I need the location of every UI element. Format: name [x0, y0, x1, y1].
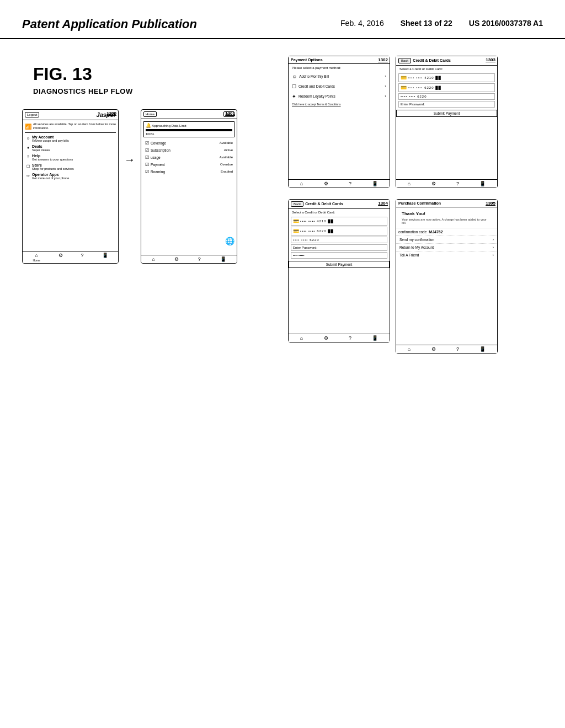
progress-bar-fill: [146, 129, 232, 131]
coverage-text: Coverage: [151, 141, 166, 145]
fig-label-area: FIG. 13 DIAGNOSTICS HELP FLOW: [22, 56, 277, 101]
footer-icon-1302-help: ?: [349, 181, 351, 186]
footer-question-icon: ?: [81, 253, 84, 258]
footer-icon-1304-home: ⌂: [300, 335, 303, 341]
screen-1301: Home Help 1301 🔔 Approaching Data Limit …: [141, 109, 237, 264]
left-screens-row: Logout Jasper 1300 📶 All services are av…: [22, 109, 277, 264]
roaming-text: Roaming: [151, 170, 165, 174]
dots-row-1304: •••• •••••: [291, 252, 387, 259]
menu-item-myaccount[interactable]: ☺ My Account Review usage and pay bills: [25, 134, 116, 143]
card-item-1303-1[interactable]: 💳 •••• •••• 4210 ██: [398, 73, 495, 82]
confirmation-sub-text: Your services are now active. A charge h…: [399, 218, 494, 226]
card-item-1304-3[interactable]: •••• •••• 6220: [291, 237, 387, 243]
footer-icon-1304-help: ?: [349, 335, 351, 341]
screen-id-1305: 1305: [486, 201, 495, 206]
menu-item-help[interactable]: ? Help Get answers to your questions: [25, 153, 116, 162]
usage-status: Available: [220, 156, 233, 159]
home-button-1301[interactable]: Home: [143, 111, 157, 117]
menu-list-1300: ☺ My Account Review usage and pay bills …: [25, 134, 116, 181]
usage-label: ☑ usage: [145, 155, 161, 160]
footer-icon-1305-phone: 📱: [479, 346, 486, 352]
credit-label: Credit and Debit Cards: [299, 84, 335, 88]
purchase-conf-title: Purchase Confirmation: [398, 201, 441, 205]
progress-text: 100%: [146, 132, 154, 136]
send-confirmation-row[interactable]: Send my confirmation ›: [396, 235, 497, 243]
screen-1305: 1305 Purchase Confirmation Thank You! Yo…: [396, 199, 498, 354]
footer-icon-1302-home: ⌂: [300, 181, 303, 186]
submit-payment-1303[interactable]: Submit Payment: [396, 110, 497, 117]
right-bottom-row: 1304 Back Credit & Debit Cards Select a …: [288, 199, 543, 354]
store-icon: ☐: [26, 164, 30, 169]
submit-payment-1304[interactable]: Submit Payment: [289, 261, 390, 268]
card-number-1303-3: •••• •••• 6220: [401, 95, 427, 98]
payment-item: ☑ Payment Overdue: [143, 161, 234, 168]
card-item-1304-1[interactable]: 💳 •••• •••• 4210 ██: [291, 217, 387, 226]
screen-id-1302: 1302: [378, 57, 388, 62]
screen-1302: 1302 Payment Options Please select a pay…: [288, 56, 390, 188]
loyalty-option[interactable]: ✦ Redeem Loyalty Points ›: [289, 92, 390, 101]
menu-item-operator[interactable]: ⇨ Operator Apps Get more out of your pho…: [25, 172, 116, 181]
loyalty-label: Redeem Loyalty Points: [299, 94, 335, 98]
help-label: Help: [32, 154, 73, 158]
back-button-1303[interactable]: Back: [398, 58, 411, 63]
operator-sub: Get more out of your phone: [32, 176, 69, 180]
patent-number: US 2016/0037378 A1: [469, 19, 543, 28]
card-item-1303-2[interactable]: 💳 •••• •••• 6220 ██: [398, 83, 495, 92]
fig-caption: DIAGNOSTICS HELP FLOW: [33, 87, 277, 95]
card-icon-1303-2: 💳: [401, 85, 407, 90]
alert-icon-1301: 🔔: [146, 123, 151, 128]
return-account-row[interactable]: Return to My Account ›: [396, 243, 497, 251]
password-dots-1304: •••• •••••: [293, 254, 305, 257]
screen-1303: 1303 Back Credit & Debit Cards Select a …: [396, 56, 498, 188]
credit-card-option[interactable]: ☐ Credit and Debit Cards ›: [289, 82, 390, 92]
menu-item-deals[interactable]: ♦ Deals Super Values: [25, 143, 116, 153]
tell-friend-label: Tell A Friend: [399, 253, 419, 257]
footer-icon-1304-phone: 📱: [372, 335, 378, 341]
credit-icon: ☐: [292, 84, 296, 89]
operator-icon: ⇨: [26, 174, 30, 178]
tell-friend-row[interactable]: Tell A Friend ›: [396, 251, 497, 259]
footer-home-icon-1301: ⌂: [152, 256, 154, 262]
card-icon-1304-2: 💳: [293, 228, 299, 234]
footer-icon-1304-settings: ⚙: [324, 335, 328, 341]
footer-icon-1303-help: ?: [456, 181, 459, 186]
logout-button[interactable]: Logout: [25, 112, 39, 117]
menu-item-store[interactable]: ☐ Store Shop for products and services: [25, 162, 116, 172]
add-monthly-option[interactable]: ☺ Add to Monthly Bill ›: [289, 72, 390, 82]
store-sub: Shop for products and services: [32, 167, 74, 170]
screen-1300-header: Logout Jasper 1300: [23, 110, 118, 120]
terms-link[interactable]: Click here to accept Terms & Conditions: [289, 101, 390, 107]
signal-icon: 📶: [25, 124, 31, 130]
arrow-1300-to-1301: →: [124, 109, 135, 166]
page-header: Patent Application Publication Feb. 4, 2…: [0, 0, 565, 39]
subscription-status: Active: [224, 148, 233, 152]
payment-subtitle: Please select a payment method:: [289, 64, 390, 72]
loyalty-icon: ✦: [292, 94, 296, 99]
conf-code-value: MJ4762: [429, 230, 443, 234]
main-content: FIG. 13 DIAGNOSTICS HELP FLOW Logout Jas…: [0, 39, 565, 370]
return-account-arrow: ›: [493, 245, 494, 249]
card-item-1303-3[interactable]: •••• •••• 6220: [398, 93, 495, 100]
password-input-1303[interactable]: Enter Password:: [398, 101, 495, 108]
loyalty-arrow: ›: [385, 94, 386, 99]
card-number-1303-2: •••• •••• 6220 ██: [408, 86, 441, 89]
card-section-label-1303: Select a Credit or Debit Card:: [396, 66, 497, 72]
payment-status: Overdue: [220, 163, 233, 166]
screen-1301-content: 🔔 Approaching Data Limit 100% ☑ Coverage: [141, 119, 237, 178]
alert-message-1300: All services are available. Tap on an it…: [33, 122, 116, 131]
monthly-icon: ☺: [292, 74, 297, 79]
screen-id-1304: 1304: [378, 201, 388, 206]
footer-phone-icon-1301: 📱: [220, 256, 226, 262]
card-item-1304-2[interactable]: 💳 •••• •••• 6220 ██: [291, 227, 387, 235]
screen-id-1301: 1301: [225, 111, 235, 116]
alert-banner-1301: 🔔 Approaching Data Limit 100%: [143, 121, 234, 137]
footer-icon-1303-settings: ⚙: [431, 181, 436, 186]
footer-icon-1305-help: ?: [456, 346, 459, 352]
back-button-1304[interactable]: Back: [291, 201, 303, 207]
subscription-text: Subscription: [151, 148, 170, 152]
screen-1305-titlebar: Purchase Confirmation: [396, 200, 497, 207]
myaccount-label: My Account: [32, 135, 69, 139]
password-input-1304[interactable]: Enter Password:: [291, 244, 387, 251]
coverage-status: Available: [220, 141, 233, 144]
screen-1303-titlebar: Back Credit & Debit Cards: [396, 56, 497, 66]
